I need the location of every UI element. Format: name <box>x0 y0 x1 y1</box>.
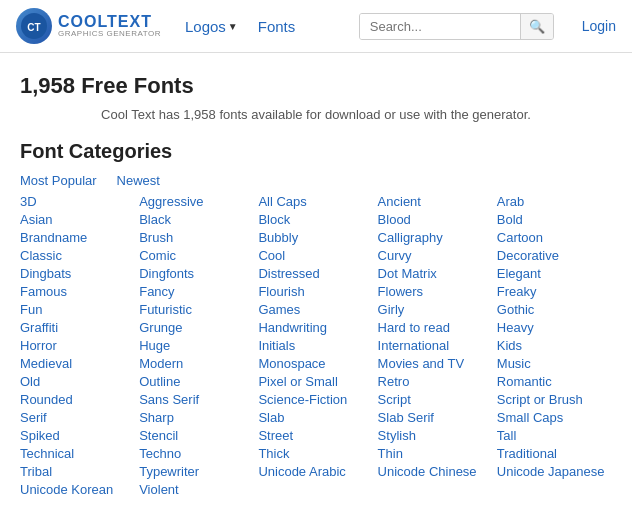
category-link[interactable]: Outline <box>139 374 254 389</box>
logos-dropdown-arrow: ▼ <box>228 21 238 32</box>
category-link[interactable]: Huge <box>139 338 254 353</box>
svg-text:CT: CT <box>27 22 40 33</box>
category-link[interactable]: Futuristic <box>139 302 254 317</box>
category-link[interactable]: Arab <box>497 194 612 209</box>
category-link[interactable]: Aggressive <box>139 194 254 209</box>
category-link[interactable]: Sans Serif <box>139 392 254 407</box>
login-link[interactable]: Login <box>582 18 616 34</box>
category-link[interactable]: Music <box>497 356 612 371</box>
category-link[interactable]: Science-Fiction <box>258 392 373 407</box>
category-link[interactable]: Sharp <box>139 410 254 425</box>
category-link[interactable]: Games <box>258 302 373 317</box>
category-link[interactable]: All Caps <box>258 194 373 209</box>
category-link[interactable]: Thin <box>378 446 493 461</box>
logo-text: COOLTEXT GRAPHICS GENERATOR <box>58 13 161 39</box>
category-link[interactable]: Retro <box>378 374 493 389</box>
category-link[interactable]: Cool <box>258 248 373 263</box>
category-link[interactable]: Traditional <box>497 446 612 461</box>
category-link[interactable]: Gothic <box>497 302 612 317</box>
category-link[interactable]: Comic <box>139 248 254 263</box>
top-links: Most Popular Newest <box>20 173 612 188</box>
category-link[interactable]: Girly <box>378 302 493 317</box>
category-link[interactable]: Thick <box>258 446 373 461</box>
category-link[interactable]: Initials <box>258 338 373 353</box>
category-link[interactable]: Kids <box>497 338 612 353</box>
nav-fonts-link[interactable]: Fonts <box>258 18 296 35</box>
category-link[interactable]: Handwriting <box>258 320 373 335</box>
category-link[interactable]: Blood <box>378 212 493 227</box>
category-link[interactable]: Slab Serif <box>378 410 493 425</box>
category-link[interactable]: Script or Brush <box>497 392 612 407</box>
category-link[interactable]: Ancient <box>378 194 493 209</box>
category-link[interactable]: Romantic <box>497 374 612 389</box>
category-link[interactable]: Heavy <box>497 320 612 335</box>
category-link[interactable]: Flowers <box>378 284 493 299</box>
newest-link[interactable]: Newest <box>117 173 160 188</box>
page-title: 1,958 Free Fonts <box>20 73 612 99</box>
category-link[interactable]: Elegant <box>497 266 612 281</box>
category-link[interactable]: Medieval <box>20 356 135 371</box>
category-link[interactable]: Decorative <box>497 248 612 263</box>
category-link[interactable]: Script <box>378 392 493 407</box>
category-link[interactable]: Dingbats <box>20 266 135 281</box>
category-link[interactable]: Flourish <box>258 284 373 299</box>
category-link[interactable]: Unicode Korean <box>20 482 135 497</box>
category-link[interactable]: Unicode Chinese <box>378 464 493 479</box>
category-link[interactable]: Bubbly <box>258 230 373 245</box>
category-link[interactable]: Hard to read <box>378 320 493 335</box>
category-link[interactable]: Block <box>258 212 373 227</box>
category-link[interactable]: Stylish <box>378 428 493 443</box>
category-link[interactable]: Tribal <box>20 464 135 479</box>
category-link[interactable]: Classic <box>20 248 135 263</box>
category-link[interactable]: Unicode Arabic <box>258 464 373 479</box>
category-link[interactable]: Fun <box>20 302 135 317</box>
most-popular-link[interactable]: Most Popular <box>20 173 97 188</box>
category-link[interactable]: Fancy <box>139 284 254 299</box>
category-link[interactable]: 3D <box>20 194 135 209</box>
category-link[interactable]: Stencil <box>139 428 254 443</box>
category-link[interactable]: Graffiti <box>20 320 135 335</box>
category-link[interactable]: Techno <box>139 446 254 461</box>
category-link[interactable]: Horror <box>20 338 135 353</box>
search-button[interactable]: 🔍 <box>520 14 553 39</box>
category-link[interactable]: Curvy <box>378 248 493 263</box>
category-link[interactable]: Black <box>139 212 254 227</box>
logo-tagline: GRAPHICS GENERATOR <box>58 30 161 39</box>
category-link[interactable]: Small Caps <box>497 410 612 425</box>
category-link[interactable]: Slab <box>258 410 373 425</box>
category-link[interactable]: Cartoon <box>497 230 612 245</box>
category-link[interactable]: Movies and TV <box>378 356 493 371</box>
category-link[interactable]: Spiked <box>20 428 135 443</box>
category-link[interactable]: Brush <box>139 230 254 245</box>
nav-logos-link[interactable]: Logos ▼ <box>185 18 238 35</box>
category-link[interactable]: Pixel or Small <box>258 374 373 389</box>
page-subtitle: Cool Text has 1,958 fonts available for … <box>20 107 612 122</box>
category-link[interactable]: Calligraphy <box>378 230 493 245</box>
main-nav: Logos ▼ Fonts <box>185 18 295 35</box>
category-link[interactable]: Typewriter <box>139 464 254 479</box>
category-link[interactable]: Asian <box>20 212 135 227</box>
category-link[interactable]: Bold <box>497 212 612 227</box>
category-link[interactable]: Dot Matrix <box>378 266 493 281</box>
category-link[interactable]: Violent <box>139 482 254 497</box>
category-link[interactable]: Distressed <box>258 266 373 281</box>
category-link[interactable]: Monospace <box>258 356 373 371</box>
category-link[interactable]: Grunge <box>139 320 254 335</box>
category-link[interactable]: Old <box>20 374 135 389</box>
category-link[interactable]: Brandname <box>20 230 135 245</box>
category-link[interactable]: Rounded <box>20 392 135 407</box>
search-input[interactable] <box>360 14 520 39</box>
category-link[interactable]: International <box>378 338 493 353</box>
logo-icon: CT <box>16 8 52 44</box>
category-link[interactable]: Modern <box>139 356 254 371</box>
category-link[interactable]: Street <box>258 428 373 443</box>
category-link[interactable]: Serif <box>20 410 135 425</box>
category-link[interactable]: Technical <box>20 446 135 461</box>
categories-grid: 3DAggressiveAll CapsAncientArabAsianBlac… <box>20 194 612 497</box>
main-content: 1,958 Free Fonts Cool Text has 1,958 fon… <box>0 53 632 514</box>
category-link[interactable]: Dingfonts <box>139 266 254 281</box>
category-link[interactable]: Tall <box>497 428 612 443</box>
category-link[interactable]: Unicode Japanese <box>497 464 612 479</box>
category-link[interactable]: Freaky <box>497 284 612 299</box>
category-link[interactable]: Famous <box>20 284 135 299</box>
